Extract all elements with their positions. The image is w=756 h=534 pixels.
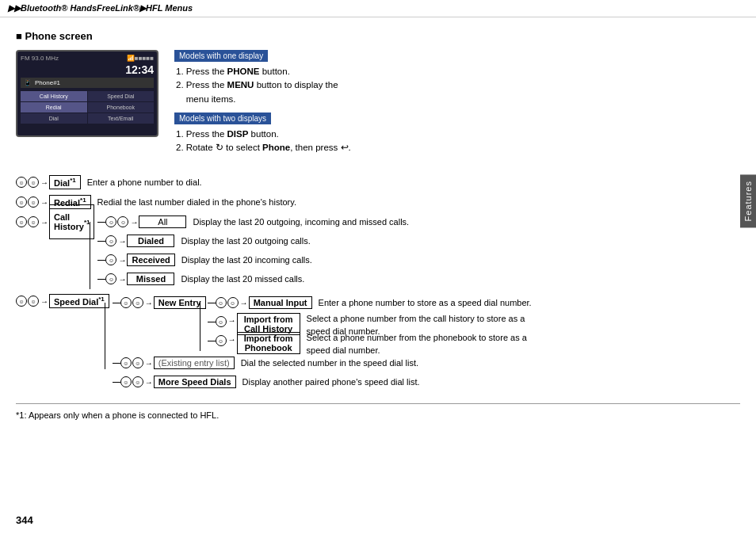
manual-arrow: → xyxy=(240,299,248,307)
call-history-section: ☺ ☺ → CallHistory*1 ☺ ☺ → xyxy=(16,213,740,289)
missed-arrow: → xyxy=(118,275,126,284)
top-area: FM 93.0 MHz 📶■■■■■ 12:34 📱Phone#1 Call H… xyxy=(16,50,740,161)
existing-icon1: ☺ xyxy=(120,357,132,368)
missed-icon: ☺ xyxy=(105,273,116,284)
all-icon2: ☺ xyxy=(117,216,128,227)
speed-dial-box: Speed Dial*1 xyxy=(49,294,109,308)
new-entry-arrow: → xyxy=(145,299,153,307)
phone-menu-item-dial: Dial xyxy=(21,113,87,124)
received-arrow: → xyxy=(118,256,126,265)
phone-time: 12:34 xyxy=(21,63,154,76)
dialed-box: Dialed xyxy=(127,235,174,247)
dial-arrow: → xyxy=(40,178,48,187)
two-displays-step1: 1. Press the DISP button. xyxy=(176,128,740,141)
breadcrumb: ▶▶Bluetooth® HandsFreeLink®▶HFL Menus xyxy=(0,0,756,17)
phone-name: 📱Phone#1 xyxy=(21,78,154,88)
more-speed-dials-desc: Display another paired phone's speed dia… xyxy=(242,376,420,388)
import-call-icon: ☺ xyxy=(216,316,227,327)
phone-menu-item-phonebook: Phonebook xyxy=(88,102,155,113)
import-phonebook-desc: Select a phone number from the phonebook… xyxy=(307,332,527,357)
phone-menu-item-call-history: Call History xyxy=(21,91,87,101)
missed-box: Missed xyxy=(127,273,174,285)
existing-entry-row: ☺ ☺ → (Existing entry list) Dial the sel… xyxy=(113,354,532,372)
main-content: Phone screen FM 93.0 MHz 📶■■■■■ 12:34 📱P… xyxy=(0,17,756,428)
new-entry-sub: ☺ ☺ → Manual Input Enter a phone number … xyxy=(208,294,532,351)
one-display-content: 1. Press the PHONE button. 2. Press the … xyxy=(174,65,740,106)
received-icon: ☺ xyxy=(105,254,116,265)
manual-input-box: Manual Input xyxy=(249,296,312,309)
section-title: Phone screen xyxy=(16,30,740,42)
manual-input-desc: Enter a phone number to store as a speed… xyxy=(319,297,532,309)
more-speed-dials-row: ☺ ☺ → More Speed Dials Display another p… xyxy=(113,373,532,391)
received-box: Received xyxy=(127,254,174,266)
info-boxes: Models with one display 1. Press the PHO… xyxy=(174,50,740,161)
manual-icon2: ☺ xyxy=(227,297,239,308)
phone-screen-image: FM 93.0 MHz 📶■■■■■ 12:34 📱Phone#1 Call H… xyxy=(16,50,158,137)
dial-icon2: ☺ xyxy=(28,177,39,188)
existing-entry-box: (Existing entry list) xyxy=(154,357,235,369)
phone-menu-item-speed-dial: Speed Dial xyxy=(88,91,155,101)
redial-icon2: ☺ xyxy=(28,196,39,208)
import-phonebook-row: ☺ → Import fromPhonebook Select a phone … xyxy=(208,332,532,349)
all-desc: Display the last 20 outgoing, incoming a… xyxy=(193,216,409,228)
import-pb-arrow: → xyxy=(228,335,236,344)
info-box-one-display: Models with one display 1. Press the PHO… xyxy=(174,50,740,106)
page-number: 344 xyxy=(16,514,33,526)
phone-status-bar: FM 93.0 MHz 📶■■■■■ xyxy=(21,55,154,62)
import-pb-icon: ☺ xyxy=(216,335,227,346)
menu-tree: ☺ ☺ → Dial*1 Enter a phone number to dia… xyxy=(16,174,740,420)
call-history-received-row: ☺ → Received Display the last 20 incomin… xyxy=(97,251,409,269)
redial-icon1: ☺ xyxy=(16,196,27,208)
manual-input-row: ☺ ☺ → Manual Input Enter a phone number … xyxy=(208,294,532,311)
dialed-arrow: → xyxy=(118,237,126,246)
one-display-header: Models with one display xyxy=(174,50,268,62)
new-entry-icon1: ☺ xyxy=(120,297,132,308)
all-box: All xyxy=(139,216,186,228)
dialed-desc: Display the last 20 outgoing calls. xyxy=(181,235,310,247)
new-entry-icon2: ☺ xyxy=(132,297,143,308)
one-display-step1: 1. Press the PHONE button. xyxy=(176,65,740,78)
call-history-arrow: → xyxy=(40,218,48,227)
two-displays-step2: 2. Rotate ↻ to select Phone, then press … xyxy=(176,141,740,154)
dial-desc: Enter a phone number to dial. xyxy=(87,177,202,189)
call-history-dialed-row: ☺ → Dialed Display the last 20 outgoing … xyxy=(97,232,409,250)
dial-box: Dial*1 xyxy=(49,175,81,189)
call-history-box: CallHistory*1 xyxy=(49,204,94,239)
existing-icon2: ☺ xyxy=(132,357,143,368)
footnote: *1: Appears only when a phone is connect… xyxy=(16,403,740,420)
two-displays-header: Models with two displays xyxy=(174,113,271,124)
speed-dial-section: ☺ ☺ → Speed Dial*1 ☺ ☺ → xyxy=(16,294,740,392)
phone-menu-item-text-email: Text/Email xyxy=(88,113,155,124)
existing-arrow: → xyxy=(145,359,153,368)
more-icon2: ☺ xyxy=(132,376,143,387)
redial-desc: Redial the last number dialed in the pho… xyxy=(97,196,296,208)
call-history-icon2: ☺ xyxy=(28,216,39,227)
phone-menu-item-redial: Redial xyxy=(21,102,87,113)
more-speed-dials-box: More Speed Dials xyxy=(154,376,236,388)
redial-row: ☺ ☺ → Redial*1 Redial the last number di… xyxy=(16,193,740,211)
manual-icon1: ☺ xyxy=(216,297,227,308)
import-call-arrow: → xyxy=(228,316,236,325)
call-history-icon1: ☺ xyxy=(16,216,27,227)
two-displays-content: 1. Press the DISP button. 2. Rotate ↻ to… xyxy=(174,128,740,155)
received-desc: Display the last 20 incoming calls. xyxy=(181,254,312,266)
call-history-all-row: ☺ ☺ → All Display the last 20 outgoing, … xyxy=(97,213,409,231)
import-phonebook-box: Import fromPhonebook xyxy=(237,332,300,354)
missed-desc: Display the last 20 missed calls. xyxy=(181,273,304,285)
dialed-icon: ☺ xyxy=(105,235,116,246)
one-display-step2: 2. Press the MENU button to display the … xyxy=(176,78,740,106)
speed-dial-arrow: → xyxy=(40,297,48,306)
dial-row: ☺ ☺ → Dial*1 Enter a phone number to dia… xyxy=(16,174,740,191)
all-arrow: → xyxy=(130,218,138,227)
import-call-history-row: ☺ → Import fromCall History Select a pho… xyxy=(208,313,532,330)
existing-entry-desc: Dial the selected number in the speed di… xyxy=(241,357,418,369)
dial-icon1: ☺ xyxy=(16,177,27,188)
call-history-sub: ☺ ☺ → All Display the last 20 outgoing, … xyxy=(97,213,409,289)
new-entry-box: New Entry xyxy=(154,296,206,309)
all-icon: ☺ xyxy=(105,216,116,227)
more-arrow: → xyxy=(145,378,153,387)
phone-menu: Call History Speed Dial Redial Phonebook… xyxy=(21,91,154,124)
new-entry-section: ☺ ☺ → New Entry ☺ ☺ xyxy=(113,294,532,351)
more-icon1: ☺ xyxy=(120,376,132,387)
call-history-missed-row: ☺ → Missed Display the last 20 missed ca… xyxy=(97,270,409,288)
